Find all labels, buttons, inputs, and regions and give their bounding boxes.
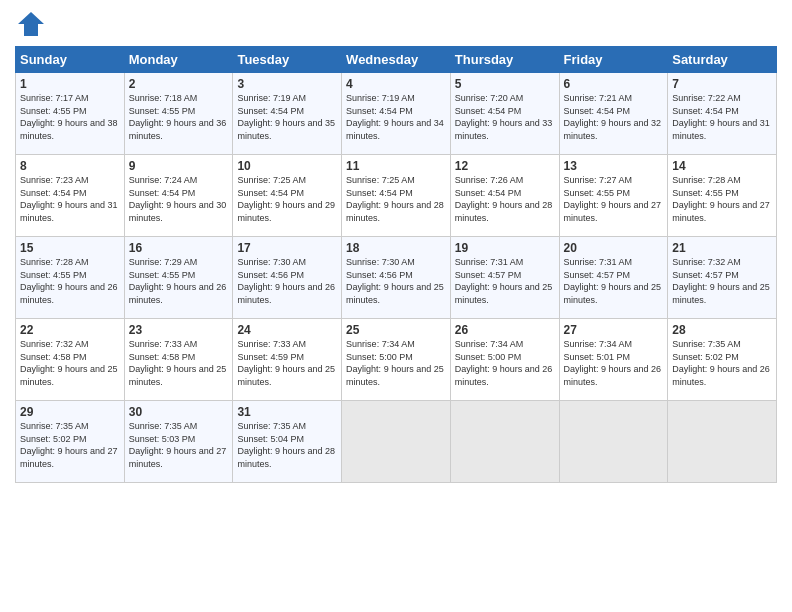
calendar-day-cell: 7Sunrise: 7:22 AMSunset: 4:54 PMDaylight…: [668, 73, 777, 155]
calendar-day-cell: 12Sunrise: 7:26 AMSunset: 4:54 PMDayligh…: [450, 155, 559, 237]
day-number: 30: [129, 405, 229, 419]
day-info: Sunrise: 7:23 AMSunset: 4:54 PMDaylight:…: [20, 175, 118, 223]
calendar-day-cell: 21Sunrise: 7:32 AMSunset: 4:57 PMDayligh…: [668, 237, 777, 319]
calendar-day-cell: 3Sunrise: 7:19 AMSunset: 4:54 PMDaylight…: [233, 73, 342, 155]
calendar-day-cell: 20Sunrise: 7:31 AMSunset: 4:57 PMDayligh…: [559, 237, 668, 319]
day-number: 18: [346, 241, 446, 255]
day-number: 9: [129, 159, 229, 173]
calendar-day-cell: 27Sunrise: 7:34 AMSunset: 5:01 PMDayligh…: [559, 319, 668, 401]
calendar-body: 1Sunrise: 7:17 AMSunset: 4:55 PMDaylight…: [16, 73, 777, 483]
calendar-day-cell: 28Sunrise: 7:35 AMSunset: 5:02 PMDayligh…: [668, 319, 777, 401]
calendar-day-cell: 2Sunrise: 7:18 AMSunset: 4:55 PMDaylight…: [124, 73, 233, 155]
calendar-day-cell: 10Sunrise: 7:25 AMSunset: 4:54 PMDayligh…: [233, 155, 342, 237]
calendar-header-thursday: Thursday: [450, 47, 559, 73]
day-info: Sunrise: 7:31 AMSunset: 4:57 PMDaylight:…: [455, 257, 553, 305]
calendar-day-cell: 1Sunrise: 7:17 AMSunset: 4:55 PMDaylight…: [16, 73, 125, 155]
day-info: Sunrise: 7:32 AMSunset: 4:58 PMDaylight:…: [20, 339, 118, 387]
day-number: 29: [20, 405, 120, 419]
calendar-table: SundayMondayTuesdayWednesdayThursdayFrid…: [15, 46, 777, 483]
day-number: 10: [237, 159, 337, 173]
calendar-day-cell: 13Sunrise: 7:27 AMSunset: 4:55 PMDayligh…: [559, 155, 668, 237]
day-info: Sunrise: 7:34 AMSunset: 5:00 PMDaylight:…: [455, 339, 553, 387]
day-number: 25: [346, 323, 446, 337]
calendar-day-cell: 9Sunrise: 7:24 AMSunset: 4:54 PMDaylight…: [124, 155, 233, 237]
day-info: Sunrise: 7:35 AMSunset: 5:03 PMDaylight:…: [129, 421, 227, 469]
day-info: Sunrise: 7:19 AMSunset: 4:54 PMDaylight:…: [346, 93, 444, 141]
day-info: Sunrise: 7:33 AMSunset: 4:58 PMDaylight:…: [129, 339, 227, 387]
day-number: 24: [237, 323, 337, 337]
calendar-day-cell: 29Sunrise: 7:35 AMSunset: 5:02 PMDayligh…: [16, 401, 125, 483]
calendar-week-row: 15Sunrise: 7:28 AMSunset: 4:55 PMDayligh…: [16, 237, 777, 319]
day-info: Sunrise: 7:35 AMSunset: 5:02 PMDaylight:…: [672, 339, 770, 387]
calendar-day-cell: 25Sunrise: 7:34 AMSunset: 5:00 PMDayligh…: [342, 319, 451, 401]
calendar-header-sunday: Sunday: [16, 47, 125, 73]
calendar-header-monday: Monday: [124, 47, 233, 73]
calendar-day-cell: [450, 401, 559, 483]
day-number: 22: [20, 323, 120, 337]
calendar-day-cell: 4Sunrise: 7:19 AMSunset: 4:54 PMDaylight…: [342, 73, 451, 155]
day-info: Sunrise: 7:31 AMSunset: 4:57 PMDaylight:…: [564, 257, 662, 305]
day-info: Sunrise: 7:22 AMSunset: 4:54 PMDaylight:…: [672, 93, 770, 141]
day-number: 17: [237, 241, 337, 255]
day-number: 8: [20, 159, 120, 173]
calendar-day-cell: 11Sunrise: 7:25 AMSunset: 4:54 PMDayligh…: [342, 155, 451, 237]
calendar-day-cell: 15Sunrise: 7:28 AMSunset: 4:55 PMDayligh…: [16, 237, 125, 319]
logo: [15, 10, 47, 38]
day-number: 12: [455, 159, 555, 173]
calendar-day-cell: 14Sunrise: 7:28 AMSunset: 4:55 PMDayligh…: [668, 155, 777, 237]
day-info: Sunrise: 7:35 AMSunset: 5:04 PMDaylight:…: [237, 421, 335, 469]
day-number: 6: [564, 77, 664, 91]
day-info: Sunrise: 7:32 AMSunset: 4:57 PMDaylight:…: [672, 257, 770, 305]
day-number: 26: [455, 323, 555, 337]
calendar-header-friday: Friday: [559, 47, 668, 73]
header: [15, 10, 777, 38]
day-number: 13: [564, 159, 664, 173]
day-info: Sunrise: 7:33 AMSunset: 4:59 PMDaylight:…: [237, 339, 335, 387]
calendar-header-row: SundayMondayTuesdayWednesdayThursdayFrid…: [16, 47, 777, 73]
calendar-day-cell: [559, 401, 668, 483]
calendar-day-cell: 5Sunrise: 7:20 AMSunset: 4:54 PMDaylight…: [450, 73, 559, 155]
day-info: Sunrise: 7:29 AMSunset: 4:55 PMDaylight:…: [129, 257, 227, 305]
calendar-day-cell: 16Sunrise: 7:29 AMSunset: 4:55 PMDayligh…: [124, 237, 233, 319]
day-info: Sunrise: 7:26 AMSunset: 4:54 PMDaylight:…: [455, 175, 553, 223]
day-number: 21: [672, 241, 772, 255]
calendar-day-cell: 31Sunrise: 7:35 AMSunset: 5:04 PMDayligh…: [233, 401, 342, 483]
day-info: Sunrise: 7:20 AMSunset: 4:54 PMDaylight:…: [455, 93, 553, 141]
day-number: 27: [564, 323, 664, 337]
day-info: Sunrise: 7:28 AMSunset: 4:55 PMDaylight:…: [20, 257, 118, 305]
day-info: Sunrise: 7:35 AMSunset: 5:02 PMDaylight:…: [20, 421, 118, 469]
day-number: 23: [129, 323, 229, 337]
calendar-day-cell: 17Sunrise: 7:30 AMSunset: 4:56 PMDayligh…: [233, 237, 342, 319]
calendar-week-row: 29Sunrise: 7:35 AMSunset: 5:02 PMDayligh…: [16, 401, 777, 483]
calendar-day-cell: 23Sunrise: 7:33 AMSunset: 4:58 PMDayligh…: [124, 319, 233, 401]
day-number: 3: [237, 77, 337, 91]
day-info: Sunrise: 7:21 AMSunset: 4:54 PMDaylight:…: [564, 93, 662, 141]
calendar-header-saturday: Saturday: [668, 47, 777, 73]
calendar-day-cell: [668, 401, 777, 483]
day-info: Sunrise: 7:25 AMSunset: 4:54 PMDaylight:…: [237, 175, 335, 223]
day-info: Sunrise: 7:34 AMSunset: 5:00 PMDaylight:…: [346, 339, 444, 387]
day-info: Sunrise: 7:30 AMSunset: 4:56 PMDaylight:…: [237, 257, 335, 305]
day-number: 28: [672, 323, 772, 337]
day-number: 20: [564, 241, 664, 255]
calendar-week-row: 1Sunrise: 7:17 AMSunset: 4:55 PMDaylight…: [16, 73, 777, 155]
calendar-day-cell: 19Sunrise: 7:31 AMSunset: 4:57 PMDayligh…: [450, 237, 559, 319]
day-number: 4: [346, 77, 446, 91]
day-number: 15: [20, 241, 120, 255]
calendar-day-cell: 6Sunrise: 7:21 AMSunset: 4:54 PMDaylight…: [559, 73, 668, 155]
day-info: Sunrise: 7:18 AMSunset: 4:55 PMDaylight:…: [129, 93, 227, 141]
day-number: 5: [455, 77, 555, 91]
day-info: Sunrise: 7:25 AMSunset: 4:54 PMDaylight:…: [346, 175, 444, 223]
day-number: 14: [672, 159, 772, 173]
calendar-day-cell: [342, 401, 451, 483]
calendar-week-row: 8Sunrise: 7:23 AMSunset: 4:54 PMDaylight…: [16, 155, 777, 237]
day-info: Sunrise: 7:34 AMSunset: 5:01 PMDaylight:…: [564, 339, 662, 387]
calendar-week-row: 22Sunrise: 7:32 AMSunset: 4:58 PMDayligh…: [16, 319, 777, 401]
day-info: Sunrise: 7:17 AMSunset: 4:55 PMDaylight:…: [20, 93, 118, 141]
calendar-day-cell: 22Sunrise: 7:32 AMSunset: 4:58 PMDayligh…: [16, 319, 125, 401]
day-info: Sunrise: 7:30 AMSunset: 4:56 PMDaylight:…: [346, 257, 444, 305]
day-number: 7: [672, 77, 772, 91]
day-number: 16: [129, 241, 229, 255]
calendar-day-cell: 26Sunrise: 7:34 AMSunset: 5:00 PMDayligh…: [450, 319, 559, 401]
day-number: 1: [20, 77, 120, 91]
